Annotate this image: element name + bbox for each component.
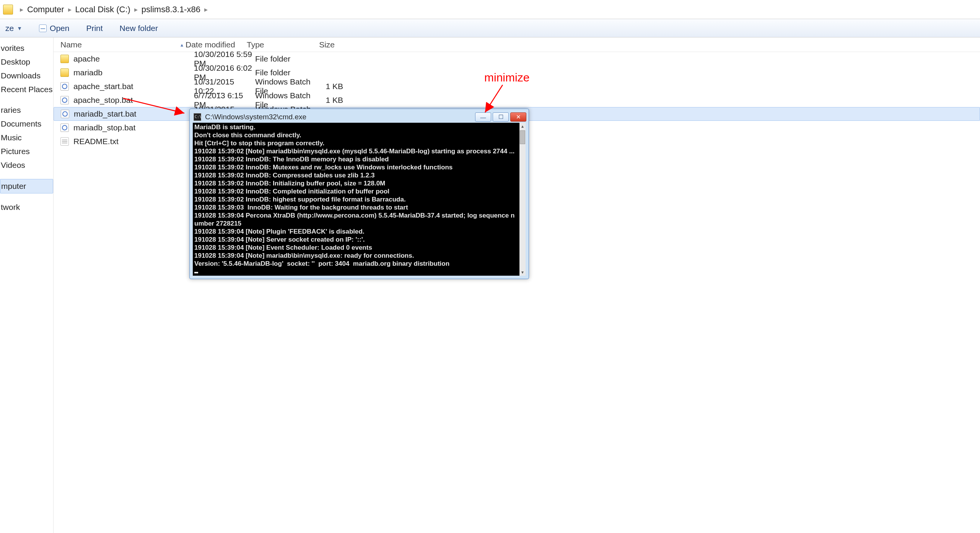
file-row[interactable]: apache_stop.bat6/7/2013 6:15 PMWindows B…: [54, 93, 980, 107]
sidebar-item-favorites[interactable]: vorites: [0, 41, 53, 55]
batch-file-icon: [60, 82, 69, 91]
sidebar-item-libraries[interactable]: raries: [0, 103, 53, 117]
print-label: Print: [86, 24, 103, 33]
open-label: Open: [50, 24, 69, 33]
scroll-up-icon[interactable]: ▴: [521, 123, 524, 130]
sidebar-item-pictures[interactable]: Pictures: [0, 145, 53, 158]
address-bar[interactable]: ▸ Computer ▸ Local Disk (C:) ▸ pslims8.3…: [0, 0, 980, 19]
minimize-button[interactable]: —: [475, 112, 491, 122]
cmd-output: MariaDB is starting. Don't close this co…: [193, 123, 519, 276]
chevron-down-icon: ▼: [17, 25, 22, 31]
sidebar-item-videos[interactable]: Videos: [0, 158, 53, 172]
file-size: 1 KB: [316, 96, 355, 105]
cmd-titlebar[interactable]: C:\Windows\system32\cmd.exe — ☐ ✕: [192, 111, 526, 123]
scroll-thumb[interactable]: [520, 130, 525, 144]
breadcrumb-folder[interactable]: pslims8.3.1-x86: [142, 5, 200, 15]
sidebar-gap: [0, 96, 53, 103]
file-row[interactable]: apache10/30/2016 5:59 PMFile folder: [54, 52, 980, 66]
file-name: mariadb_stop.bat: [73, 123, 194, 132]
sidebar-gap: [0, 172, 53, 179]
sidebar-gap: [0, 193, 53, 200]
column-headers: Name▴ Date modified Type Size: [54, 37, 980, 52]
organize-button[interactable]: ze ▼: [2, 22, 25, 34]
close-button[interactable]: ✕: [510, 112, 526, 122]
open-button[interactable]: Open: [36, 22, 72, 34]
sidebar-item-music[interactable]: Music: [0, 131, 53, 145]
toolbar: ze ▼ Open Print New folder: [0, 19, 980, 37]
file-name: apache_start.bat: [73, 82, 194, 91]
batch-file-icon: [61, 110, 69, 118]
folder-icon: [3, 5, 13, 15]
file-name: mariadb: [73, 68, 194, 77]
batch-file-icon: [60, 96, 69, 104]
cmd-title: C:\Windows\system32\cmd.exe: [205, 113, 306, 121]
column-size[interactable]: Size: [308, 40, 346, 49]
new-folder-button[interactable]: New folder: [117, 22, 161, 34]
cmd-text: MariaDB is starting. Don't close this co…: [194, 123, 514, 267]
chevron-right-icon[interactable]: ▸: [204, 5, 208, 14]
scroll-down-icon[interactable]: ▾: [521, 269, 524, 276]
sidebar-item-network[interactable]: twork: [0, 200, 53, 214]
folder-icon: [60, 55, 69, 63]
sidebar-item-recent[interactable]: Recent Places: [0, 83, 53, 96]
sidebar-item-downloads[interactable]: Downloads: [0, 69, 53, 83]
file-type: File folder: [255, 68, 316, 77]
sidebar-item-documents[interactable]: Documents: [0, 117, 53, 131]
file-name: README.txt: [73, 137, 194, 146]
open-icon: [39, 24, 47, 32]
column-type[interactable]: Type: [247, 40, 308, 49]
text-file-icon: [60, 137, 69, 146]
file-name: apache: [73, 54, 194, 63]
folder-icon: [60, 68, 69, 77]
print-button[interactable]: Print: [83, 22, 106, 34]
column-date[interactable]: Date modified: [186, 40, 247, 49]
new-folder-label: New folder: [120, 24, 158, 33]
cmd-icon: [194, 113, 201, 121]
maximize-button[interactable]: ☐: [493, 112, 509, 122]
file-size: 1 KB: [316, 82, 355, 91]
chevron-right-icon[interactable]: ▸: [68, 5, 72, 14]
cursor-icon: [194, 272, 198, 273]
cmd-window[interactable]: C:\Windows\system32\cmd.exe — ☐ ✕ MariaD…: [189, 109, 529, 279]
batch-file-icon: [60, 123, 69, 132]
annotation-label: minimize: [484, 71, 529, 84]
file-name: apache_stop.bat: [73, 96, 194, 105]
breadcrumb-computer[interactable]: Computer: [27, 5, 64, 15]
file-name: mariadb_start.bat: [74, 109, 194, 119]
column-name[interactable]: Name▴: [54, 40, 186, 49]
sort-asc-icon: ▴: [181, 42, 183, 48]
cmd-scrollbar[interactable]: ▴ ▾: [519, 123, 526, 276]
sidebar-item-desktop[interactable]: Desktop: [0, 55, 53, 69]
column-name-label: Name: [60, 40, 82, 49]
nav-sidebar: vorites Desktop Downloads Recent Places …: [0, 37, 54, 533]
breadcrumb-disk[interactable]: Local Disk (C:): [75, 5, 130, 15]
chevron-right-icon[interactable]: ▸: [20, 5, 23, 14]
sidebar-item-computer[interactable]: mputer: [0, 179, 53, 193]
organize-label: ze: [5, 24, 14, 33]
file-type: File folder: [255, 54, 316, 63]
chevron-right-icon[interactable]: ▸: [134, 5, 138, 14]
